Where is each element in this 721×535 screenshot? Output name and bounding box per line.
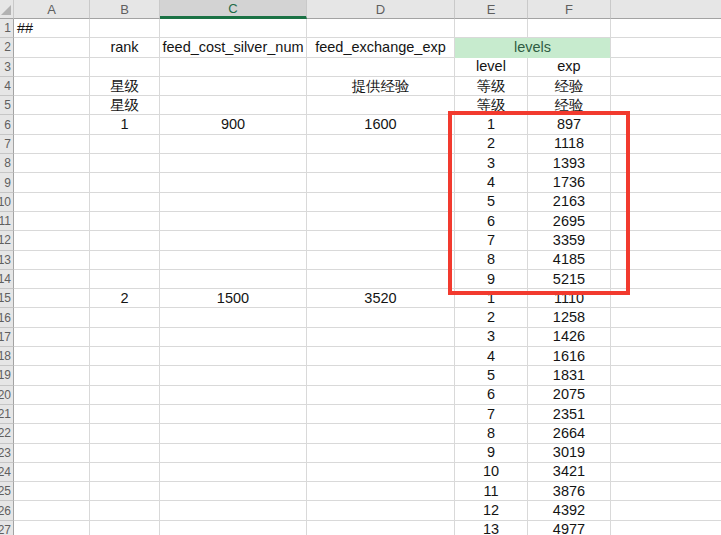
row-header-12[interactable]: 12 (0, 231, 14, 250)
cell-F10[interactable]: 2163 (528, 193, 611, 212)
row-header-17[interactable]: 17 (0, 328, 14, 347)
cell-C25[interactable] (160, 482, 307, 501)
cell-A16[interactable] (14, 308, 90, 327)
cell-B23[interactable] (90, 444, 160, 463)
cell-C14[interactable] (160, 270, 307, 289)
cell-F18[interactable]: 1616 (528, 347, 611, 366)
cell-E25[interactable]: 11 (455, 482, 528, 501)
row-header-2[interactable]: 2 (0, 38, 14, 57)
cell-G23[interactable] (611, 444, 721, 463)
cell-A17[interactable] (14, 328, 90, 347)
cell-D15[interactable]: 3520 (307, 289, 455, 308)
cell-C4[interactable] (160, 77, 307, 96)
cell-G21[interactable] (611, 405, 721, 424)
cell-E26[interactable]: 12 (455, 501, 528, 520)
cell-D13[interactable] (307, 251, 455, 270)
cell-F5[interactable]: 经验 (528, 96, 611, 115)
cell-C2[interactable]: feed_cost_silver_num (160, 38, 307, 57)
cell-E20[interactable]: 6 (455, 386, 528, 405)
cell-F1[interactable] (528, 19, 611, 38)
cell-E16[interactable]: 2 (455, 308, 528, 327)
cell-G8[interactable] (611, 154, 721, 173)
row-header-19[interactable]: 19 (0, 366, 14, 385)
cell-E19[interactable]: 5 (455, 366, 528, 385)
cell-F20[interactable]: 2075 (528, 386, 611, 405)
cell-A20[interactable] (14, 386, 90, 405)
cell-F24[interactable]: 3421 (528, 463, 611, 482)
row-header-6[interactable]: 6 (0, 115, 14, 134)
cell-C3[interactable] (160, 58, 307, 77)
cell-D27[interactable] (307, 521, 455, 535)
cell-G18[interactable] (611, 347, 721, 366)
cell-B9[interactable] (90, 173, 160, 192)
row-header-1[interactable]: 1 (0, 19, 14, 38)
cell-E8[interactable]: 3 (455, 154, 528, 173)
cell-E10[interactable]: 5 (455, 193, 528, 212)
row-header-11[interactable]: 11 (0, 212, 14, 231)
cell-C20[interactable] (160, 386, 307, 405)
row-header-23[interactable]: 23 (0, 444, 14, 463)
cell-C5[interactable] (160, 96, 307, 115)
cell-A12[interactable] (14, 231, 90, 250)
cell-D8[interactable] (307, 154, 455, 173)
cell-F22[interactable]: 2664 (528, 424, 611, 443)
cell-A3[interactable] (14, 58, 90, 77)
cell-D18[interactable] (307, 347, 455, 366)
cell-C22[interactable] (160, 424, 307, 443)
row-header-13[interactable]: 13 (0, 251, 14, 270)
cell-E14[interactable]: 9 (455, 270, 528, 289)
cell-B14[interactable] (90, 270, 160, 289)
cell-G25[interactable] (611, 482, 721, 501)
cell-F8[interactable]: 1393 (528, 154, 611, 173)
cell-F21[interactable]: 2351 (528, 405, 611, 424)
cell-F27[interactable]: 4977 (528, 521, 611, 535)
row-header-10[interactable]: 10 (0, 193, 14, 212)
row-header-5[interactable]: 5 (0, 96, 14, 115)
cell-B27[interactable] (90, 521, 160, 535)
cell-E17[interactable]: 3 (455, 328, 528, 347)
cell-A23[interactable] (14, 444, 90, 463)
cell-F26[interactable]: 4392 (528, 501, 611, 520)
cell-A21[interactable] (14, 405, 90, 424)
cell-B22[interactable] (90, 424, 160, 443)
cell-D12[interactable] (307, 231, 455, 250)
cell-F23[interactable]: 3019 (528, 444, 611, 463)
cell-B15[interactable]: 2 (90, 289, 160, 308)
column-header-D[interactable]: D (307, 0, 455, 19)
cell-B13[interactable] (90, 251, 160, 270)
cell-D3[interactable] (307, 58, 455, 77)
cell-D1[interactable] (307, 19, 455, 38)
column-header-F[interactable]: F (528, 0, 611, 19)
cell-B26[interactable] (90, 501, 160, 520)
cell-D25[interactable] (307, 482, 455, 501)
cell-A18[interactable] (14, 347, 90, 366)
cell-E2-F2-merged-levels[interactable]: levels (455, 38, 611, 57)
cell-D4[interactable]: 提供经验 (307, 77, 455, 96)
cell-C12[interactable] (160, 231, 307, 250)
cell-G13[interactable] (611, 251, 721, 270)
cell-F15[interactable]: 1110 (528, 289, 611, 308)
cell-B20[interactable] (90, 386, 160, 405)
cell-C10[interactable] (160, 193, 307, 212)
cell-A7[interactable] (14, 135, 90, 154)
cell-C9[interactable] (160, 173, 307, 192)
row-header-15[interactable]: 15 (0, 289, 14, 308)
cell-A13[interactable] (14, 251, 90, 270)
cell-B19[interactable] (90, 366, 160, 385)
cell-B6[interactable]: 1 (90, 115, 160, 134)
cell-E18[interactable]: 4 (455, 347, 528, 366)
cell-F14[interactable]: 5215 (528, 270, 611, 289)
select-all-corner[interactable] (0, 0, 14, 19)
cell-A10[interactable] (14, 193, 90, 212)
cell-C16[interactable] (160, 308, 307, 327)
cell-A19[interactable] (14, 366, 90, 385)
row-header-21[interactable]: 21 (0, 405, 14, 424)
cell-E15[interactable]: 1 (455, 289, 528, 308)
cell-D19[interactable] (307, 366, 455, 385)
cell-G14[interactable] (611, 270, 721, 289)
cell-A27[interactable] (14, 521, 90, 535)
cell-G7[interactable] (611, 135, 721, 154)
cell-C8[interactable] (160, 154, 307, 173)
cell-B7[interactable] (90, 135, 160, 154)
cell-E1[interactable] (455, 19, 528, 38)
